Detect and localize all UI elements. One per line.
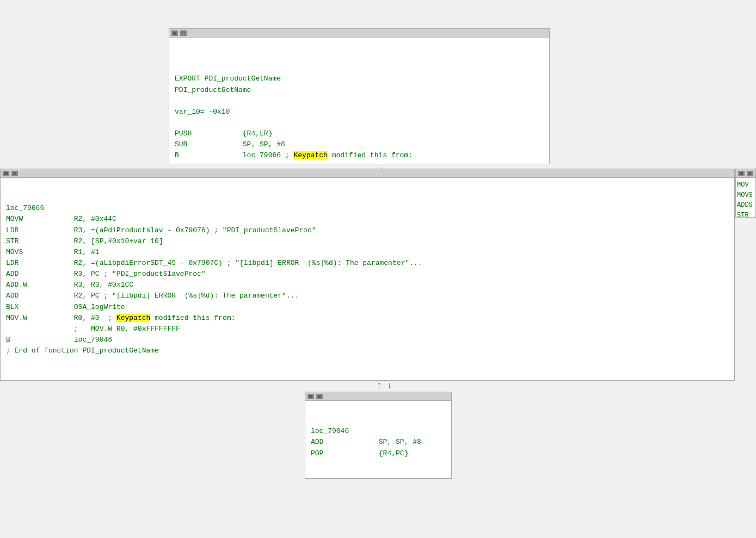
keypatch-highlight-2: Keypatch (116, 314, 150, 322)
bottom-titlebar-icon-1: ▤ (308, 394, 314, 399)
main-line-movw2-comment: ; MOV.W R0, #0xFFFFFFFF (6, 325, 180, 333)
main-line-movs: MOVS R1, #1 (6, 248, 100, 256)
main-line-end: ; End of function PDI_productGetName (6, 347, 159, 355)
keypatch-highlight-1: Keypatch (293, 151, 327, 159)
titlebar-icon-2: ⊟ (180, 30, 187, 36)
main-code-box: ▤ ⊟ loc_79066 MOVW R2, #0x44C LDR R3, =(… (0, 169, 735, 381)
top-line-cbz: ; CBZ R0, loc_79066 (175, 163, 332, 164)
bottom-line-add: ADD SP, SP, #8 (311, 438, 421, 446)
top-code-box: ▤ ⊟ EXPORT PDI_productGetName PDI_produc… (169, 28, 550, 164)
top-line-var: var_10= -0x10 (175, 108, 230, 116)
bottom-titlebar-icon-2: ⊟ (316, 394, 323, 399)
main-line-movw2: MOV.W R0, #0 ; Keypatch modified this fr… (6, 314, 235, 322)
main-titlebar-icon-2: ⊟ (11, 171, 18, 176)
right-item-str: STR (737, 211, 754, 218)
main-box-titlebar: ▤ ⊟ (1, 169, 734, 178)
top-line-sub: SUB SP, SP, #8 (175, 140, 285, 149)
main-box-content: loc_79066 MOVW R2, #0x44C LDR R3, =(aPdi… (1, 178, 734, 370)
bottom-line-blank (311, 416, 315, 424)
right-code-box: ▤ ⊟ MOV MOVS ADDS STR (735, 169, 756, 218)
main-line-ldr2: LDR R2, =(aLibpdiErrorSDT_45 - 0x7907C) … (6, 259, 422, 267)
main-line-loc: loc_79066 (6, 204, 44, 212)
top-line-pdi: PDI_productGetName (175, 86, 251, 94)
titlebar-icon-1: ▤ (171, 30, 178, 36)
bottom-box-content: loc_79046 ADD SP, SP, #8 POP {R4,PC} (305, 401, 451, 473)
top-line-blank3 (175, 97, 179, 105)
top-line-blank2 (175, 64, 179, 72)
bottom-code-box: ▤ ⊟ loc_79046 ADD SP, SP, #8 POP {R4,PC} (305, 392, 452, 479)
main-line-add1: ADD R3, PC ; "PDI_productSlaveProc" (6, 270, 206, 278)
top-line-export: EXPORT PDI_productGetName (175, 75, 281, 83)
main-line-ldr1: LDR R3, =(aPdiProductslav - 0x79076) ; "… (6, 226, 316, 234)
right-item-movs: MOVS (737, 190, 754, 201)
top-line-b: B loc_79066 ; Keypatch modified this fro… (175, 151, 413, 159)
right-box-titlebar: ▤ ⊟ (736, 169, 755, 178)
right-titlebar-icon-2: ⊟ (747, 171, 753, 176)
bottom-line-pop: POP {R4,PC} (311, 449, 408, 457)
main-line-movw: MOVW R2, #0x44C (6, 215, 116, 223)
top-box-titlebar: ▤ ⊟ (169, 29, 549, 38)
top-box-content: EXPORT PDI_productGetName PDI_productGet… (169, 38, 549, 164)
right-item-mov: MOV (737, 180, 754, 190)
top-line-blank1 (175, 53, 179, 61)
arrow-updown: ↑ ↓ (377, 381, 392, 391)
top-line-push: PUSH {R4,LR} (175, 129, 272, 138)
right-item-adds: ADDS (737, 200, 754, 211)
bottom-box-titlebar: ▤ ⊟ (305, 392, 451, 401)
main-line-blank (6, 193, 10, 201)
main-titlebar-icon-1: ▤ (3, 171, 9, 176)
right-titlebar-icon-1: ▤ (738, 171, 745, 176)
main-line-b: B loc_79046 (6, 336, 112, 344)
main-line-blx: BLX OSA_logWrite (6, 303, 125, 311)
bottom-line-loc: loc_79046 (311, 427, 349, 435)
right-box-content: MOV MOVS ADDS STR (736, 178, 755, 218)
main-line-add2: ADD R2, PC ; "[libpdi] ERROR (%s|%d): Th… (6, 292, 299, 300)
top-line-blank4 (175, 119, 179, 127)
main-line-addw: ADD.W R3, R3, #0x1CC (6, 281, 133, 289)
main-line-str: STR R2, [SP,#0x10+var_10] (6, 237, 163, 245)
